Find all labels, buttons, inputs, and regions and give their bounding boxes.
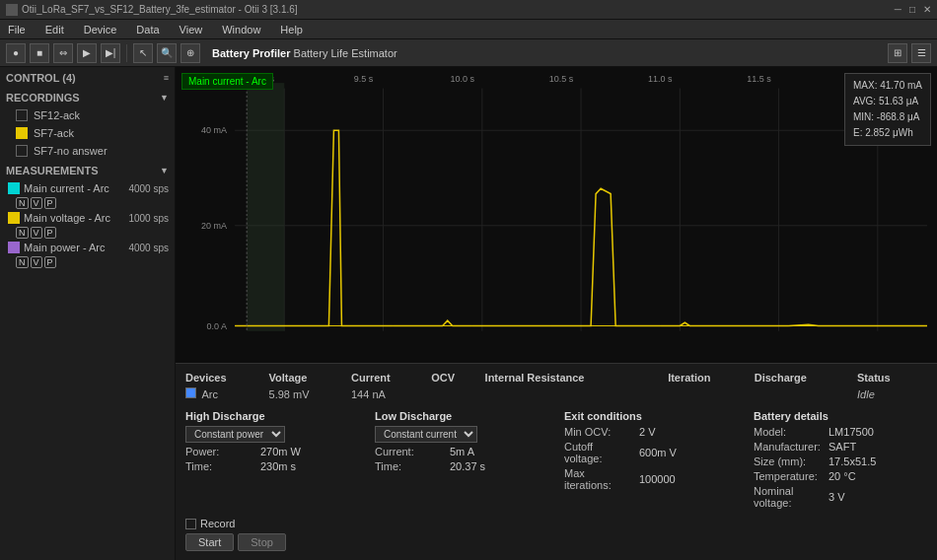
chart-svg: 9.0 s 9.5 s 10.0 s 10.5 s 11.0 s 11.5 s … — [176, 67, 937, 363]
toolbar-btn-grid[interactable]: ⊞ — [888, 43, 907, 63]
current-tag-v[interactable]: V — [31, 197, 42, 209]
recordings-section-header[interactable]: RECORDINGS ▼ — [0, 87, 175, 106]
devices-table: Devices Voltage Current OCV Internal Res… — [185, 370, 927, 402]
max-iter-value: 100000 — [639, 473, 676, 485]
chart-min: MIN: -868.8 μA — [853, 109, 922, 125]
model-value: LM17500 — [829, 426, 874, 438]
main-layout: CONTROL (4) ≡ RECORDINGS ▼ SF12-ack SF7-… — [0, 67, 937, 560]
measurement-item-power[interactable]: Main power - Arc 4000 sps — [0, 239, 175, 256]
toolbar-btn-zoom[interactable]: 🔍 — [157, 43, 177, 63]
nom-volt-label: Nominal voltage: — [754, 485, 823, 509]
nom-volt-value: 3 V — [829, 491, 845, 503]
minimize-btn[interactable]: ─ — [895, 4, 901, 15]
maximize-btn[interactable]: □ — [909, 4, 915, 15]
power-tag-v[interactable]: V — [31, 256, 42, 268]
low-discharge-current-row: Current: 5m A — [375, 446, 548, 457]
measurement-item-voltage[interactable]: Main voltage - Arc 1000 sps — [0, 209, 175, 227]
svg-text:40 mA: 40 mA — [201, 125, 228, 135]
power-value: 270m W — [260, 446, 301, 457]
svg-rect-21 — [247, 83, 284, 331]
high-discharge-panel: High Discharge Constant power Power: 270… — [185, 410, 359, 512]
menu-data[interactable]: Data — [132, 24, 163, 35]
power-label-txt: Power: — [185, 446, 254, 457]
voltage-sps: 1000 sps — [128, 213, 169, 224]
menu-file[interactable]: File — [4, 24, 30, 35]
power-tags: N V P — [0, 256, 175, 268]
measurements-arrow-icon: ▼ — [160, 166, 169, 175]
device-name: Arc — [201, 388, 218, 400]
toolbar-btn-step[interactable]: ▶| — [101, 43, 120, 63]
device-ocv — [431, 385, 484, 402]
exit-conditions-panel: Exit conditions Min OCV: 2 V Cutoff volt… — [564, 410, 738, 512]
recording-item-sf7ack[interactable]: SF7-ack — [0, 124, 175, 142]
arc-checkbox[interactable] — [185, 387, 196, 398]
menu-bar: File Edit Device Data View Window Help — [0, 20, 937, 39]
toolbar-btn-circle[interactable]: ● — [6, 43, 26, 63]
menu-view[interactable]: View — [176, 24, 207, 35]
toolbar-btn-arrows[interactable]: ⇔ — [53, 43, 73, 63]
power-tag-p[interactable]: P — [44, 256, 56, 268]
current-tags: N V P — [0, 197, 175, 209]
svg-text:9.5 s: 9.5 s — [354, 74, 374, 84]
measurement-item-current[interactable]: Main current - Arc 4000 sps — [0, 179, 175, 197]
voltage-tag-n[interactable]: N — [16, 227, 29, 239]
low-discharge-mode-select[interactable]: Constant current — [375, 426, 477, 443]
start-button[interactable]: Start — [185, 533, 234, 551]
high-discharge-mode-select[interactable]: Constant power — [185, 426, 285, 443]
chart-area[interactable]: 9.0 s 9.5 s 10.0 s 10.5 s 11.0 s 11.5 s … — [176, 67, 937, 363]
manufacturer-value: SAFT — [829, 441, 856, 453]
sf7ack-checkbox[interactable] — [16, 127, 28, 139]
high-discharge-power-row: Power: 270m W — [185, 446, 359, 457]
toolbar-btn-play[interactable]: ▶ — [77, 43, 97, 63]
toolbar-btn-square[interactable]: ■ — [30, 43, 49, 63]
voltage-color-box — [8, 212, 20, 224]
svg-text:0.0 A: 0.0 A — [207, 320, 228, 330]
col-current: Current — [351, 370, 431, 385]
ld-time-value: 20.37 s — [450, 460, 485, 472]
menu-window[interactable]: Window — [218, 24, 264, 35]
col-status: Status — [857, 370, 927, 385]
sf7noanswer-checkbox[interactable] — [16, 145, 28, 157]
min-ocv-label: Min OCV: — [564, 426, 633, 438]
measurements-section-header[interactable]: MEASUREMENTS ▼ — [0, 160, 175, 179]
size-row: Size (mm): 17.5x51.5 — [754, 455, 927, 467]
max-iter-row: Max iterations: 100000 — [564, 467, 738, 491]
control-section-header[interactable]: CONTROL (4) ≡ — [0, 67, 175, 87]
bottom-panel: Devices Voltage Current OCV Internal Res… — [176, 363, 937, 560]
current-tag-n[interactable]: N — [16, 197, 29, 209]
device-current: 144 nA — [351, 385, 431, 402]
hd-time-value: 230m s — [260, 460, 296, 472]
stop-button[interactable]: Stop — [238, 533, 286, 551]
model-label: Model: — [754, 426, 823, 438]
record-checkbox[interactable] — [185, 519, 196, 529]
recordings-arrow-icon: ▼ — [160, 93, 169, 103]
col-ocv: OCV — [431, 370, 484, 385]
toolbar-btn-measure[interactable]: ⊕ — [180, 43, 200, 63]
max-iter-label: Max iterations: — [564, 467, 633, 491]
current-label: Main current - Arc — [24, 182, 109, 194]
table-row: Arc 5.98 mV 144 nA Idle — [185, 385, 927, 402]
battery-details-panel: Battery details Model: LM17500 Manufactu… — [754, 410, 927, 512]
toolbar-btn-cursor[interactable]: ↖ — [133, 43, 153, 63]
voltage-tag-v[interactable]: V — [31, 227, 42, 239]
menu-help[interactable]: Help — [276, 24, 307, 35]
size-label: Size (mm): — [754, 455, 823, 467]
current-tag-p[interactable]: P — [44, 197, 56, 209]
col-devices: Devices — [185, 370, 269, 385]
measurements-label: MEASUREMENTS — [6, 165, 99, 176]
power-tag-n[interactable]: N — [16, 256, 29, 268]
voltage-tag-p[interactable]: P — [44, 227, 56, 239]
recording-item-sf12ack[interactable]: SF12-ack — [0, 106, 175, 124]
recording-item-sf7noanswer[interactable]: SF7-no answer — [0, 142, 175, 160]
toolbar-btn-list[interactable]: ☰ — [911, 43, 931, 63]
chart-info-box: MAX: 41.70 mA AVG: 51.63 μA MIN: -868.8 … — [844, 73, 931, 146]
close-btn[interactable]: ✕ — [923, 4, 931, 15]
sf12ack-checkbox[interactable] — [16, 109, 28, 121]
sf7noanswer-label: SF7-no answer — [34, 145, 108, 157]
high-discharge-title: High Discharge — [185, 410, 359, 422]
record-buttons: Start Stop — [185, 533, 927, 551]
low-discharge-panel: Low Discharge Constant current Current: … — [375, 410, 548, 512]
device-discharge — [755, 385, 857, 402]
menu-device[interactable]: Device — [80, 24, 121, 35]
menu-edit[interactable]: Edit — [41, 24, 68, 35]
